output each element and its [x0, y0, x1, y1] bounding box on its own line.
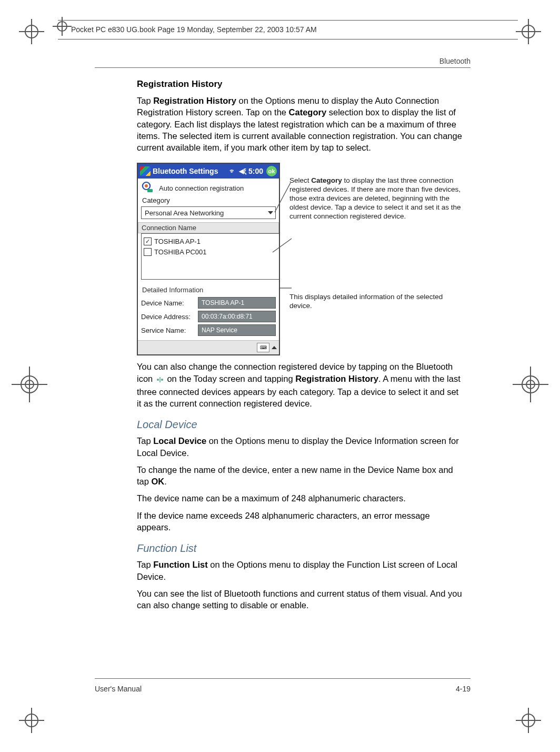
func-p1: Tap Function List on the Options menu to…	[137, 559, 463, 582]
kv-row: Service Name:NAP Service	[138, 323, 279, 337]
kv-row: Device Name:TOSHIBA AP-1	[138, 296, 279, 310]
svg-rect-25	[147, 189, 153, 192]
footer-rule	[95, 678, 471, 679]
callout-category: Select Category to display the last thre…	[289, 176, 463, 221]
list-item[interactable]: TOSHIBA PC001	[144, 246, 277, 257]
category-select[interactable]: Personal Area Networking	[141, 206, 276, 219]
running-header: Bluetooth	[439, 57, 471, 65]
callout-detailed-info: This displays detailed information of th…	[289, 293, 463, 311]
volume-icon[interactable]: ◀ξ	[239, 167, 246, 175]
bluetooth-icon	[141, 182, 156, 194]
local-p3: The device name can be a maximum of 248 …	[137, 492, 463, 504]
input-panel-bar: ⌨	[138, 340, 279, 354]
printer-mark-tl	[16, 16, 47, 47]
header-rule-bottom	[58, 39, 518, 39]
keyboard-icon[interactable]: ⌨	[257, 343, 269, 352]
checkbox-icon[interactable]	[144, 248, 152, 256]
local-p4: If the device name exceeds 248 alphanume…	[137, 510, 463, 533]
printer-mark-mr	[512, 365, 549, 403]
pda-titlebar: Bluetooth Settings ᯤ ◀ξ 5:00 ok	[138, 164, 279, 179]
function-list-heading: Function List	[137, 542, 463, 555]
local-device-heading: Local Device	[137, 419, 463, 431]
device-name-value: TOSHIBA AP-1	[198, 297, 276, 309]
running-header-rule	[95, 67, 471, 68]
service-name-value: NAP Service	[198, 324, 276, 336]
autoconn-label: Auto connection registration	[159, 184, 244, 192]
category-label: Category	[138, 195, 279, 206]
svg-point-24	[145, 184, 148, 187]
section-intro: Tap Registration History on the Options …	[137, 95, 463, 153]
connection-list: TOSHIBA AP-1 TOSHIBA PC001	[141, 233, 279, 280]
list-item[interactable]: TOSHIBA AP-1	[144, 236, 277, 246]
category-value: Personal Area Networking	[145, 209, 224, 217]
svg-point-26	[157, 379, 159, 381]
after-screenshot-para: You can also change the connection regis…	[137, 361, 463, 409]
pda-title: Bluetooth Settings	[153, 167, 218, 175]
start-flag-icon[interactable]	[140, 166, 151, 176]
kv-row: Device Address:00:03:7a:00:d8:71	[138, 310, 279, 323]
pda-time: 5:00	[248, 167, 263, 175]
chevron-down-icon	[268, 211, 273, 214]
section-title: Registration History	[137, 79, 463, 90]
local-p2: To change the name of the device, enter …	[137, 464, 463, 488]
ok-button[interactable]: ok	[266, 166, 277, 176]
connection-name-header: Connection Name	[138, 222, 279, 233]
signal-icon[interactable]: ᯤ	[229, 167, 236, 175]
detailed-info-header: Detailed Information	[138, 283, 279, 296]
printer-mark-br	[513, 705, 544, 736]
header-bookinfo: Pocket PC e830 UG.book Page 19 Monday, S…	[71, 25, 317, 34]
checkbox-icon[interactable]	[144, 238, 152, 245]
local-p1: Tap Local Device on the Options menu to …	[137, 435, 463, 459]
svg-point-27	[161, 379, 163, 381]
func-p2: You can see the list of Bluetooth functi…	[137, 588, 463, 611]
device-address-value: 00:03:7a:00:d8:71	[198, 311, 276, 322]
footer-left: User's Manual	[95, 685, 142, 693]
bluetooth-today-icon	[155, 374, 165, 386]
printer-mark-ml	[11, 365, 48, 403]
printer-mark-bl	[16, 705, 47, 736]
arrow-up-icon[interactable]	[272, 346, 277, 349]
pda-screenshot: Bluetooth Settings ᯤ ◀ξ 5:00 ok Auto con…	[137, 163, 280, 355]
footer-right: 4-19	[456, 685, 471, 693]
